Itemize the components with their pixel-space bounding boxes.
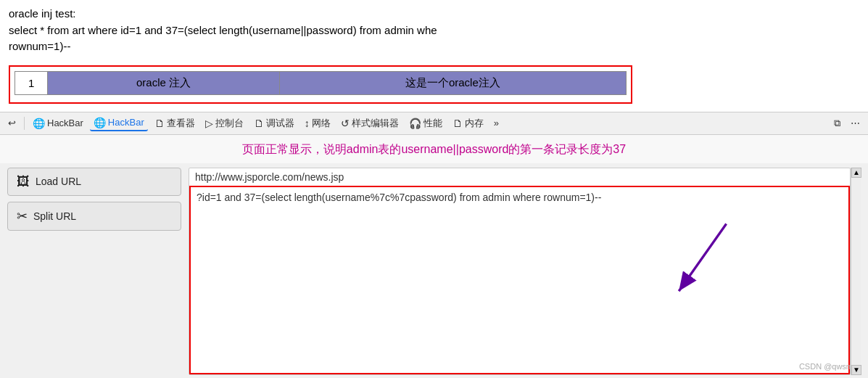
code-line-3: rownum=1)-- <box>9 38 859 55</box>
debugger-label: 调试器 <box>266 117 294 130</box>
dock-icon: ⧉ <box>834 118 840 129</box>
inspector-icon: 🗋 <box>154 118 165 129</box>
separator-1 <box>24 117 25 130</box>
table-cell-col1: oracle 注入 <box>48 71 279 94</box>
ellipsis-icon: ⋯ <box>851 118 860 128</box>
url-container: http://www.jsporcle.com/news.jsp ?id=1 a… <box>189 168 861 375</box>
arrow-icon: ↩ <box>8 118 16 128</box>
url-scrollbar: ▲ ▼ <box>851 168 861 375</box>
devtools-performance[interactable]: 🎧 性能 <box>405 115 446 131</box>
table-row: 1 oracle 注入 这是一个oracle注入 <box>15 71 627 94</box>
table-wrapper: 1 oracle 注入 这是一个oracle注入 <box>9 65 632 104</box>
load-url-label: Load URL <box>36 176 81 187</box>
scrollbar-down[interactable]: ▼ <box>851 365 861 375</box>
hackbar-panel: 页面正常显示，说明admin表的username||password的第一条记录… <box>0 135 868 379</box>
load-url-button[interactable]: 🖼 Load URL <box>7 168 181 196</box>
devtools-hackbar-2[interactable]: 🌐 HackBar <box>90 115 148 131</box>
hackbar1-label: HackBar <box>47 118 83 128</box>
devtools-bar: ↩ 🌐 HackBar 🌐 HackBar 🗋 查看器 ▷ 控制台 🗋 调试器 … <box>0 112 868 135</box>
console-icon: ▷ <box>205 118 213 129</box>
devtools-nav-icon[interactable]: ↩ <box>4 116 20 130</box>
top-section: oracle inj test: select * from art where… <box>0 0 868 59</box>
debugger-icon: 🗋 <box>254 118 264 129</box>
devtools-more[interactable]: » <box>490 116 503 130</box>
hackbar-bottom: 🖼 Load URL ✂ Split URL http://www.jsporc… <box>0 163 868 379</box>
devtools-style-editor[interactable]: ↺ 样式编辑器 <box>337 115 402 131</box>
style-editor-label: 样式编辑器 <box>352 117 399 130</box>
url-line-1[interactable]: http://www.jsporcle.com/news.jsp <box>189 168 850 186</box>
devtools-inspector[interactable]: 🗋 查看器 <box>151 115 199 131</box>
console-label: 控制台 <box>215 117 244 130</box>
style-editor-icon: ↺ <box>341 118 350 129</box>
code-line-2: select * from art where id=1 and 37=(sel… <box>9 22 859 39</box>
devtools-debugger[interactable]: 🗋 调试器 <box>250 115 298 131</box>
hackbar1-icon: 🌐 <box>33 118 45 129</box>
devtools-ellipsis[interactable]: ⋯ <box>847 116 864 130</box>
hackbar2-icon: 🌐 <box>94 117 106 128</box>
table-cell-col2: 这是一个oracle注入 <box>279 71 626 94</box>
more-icon: » <box>494 118 499 128</box>
memory-icon: 🗋 <box>452 118 463 129</box>
hackbar2-label: HackBar <box>108 117 144 128</box>
table-cell-id: 1 <box>15 71 48 94</box>
url-input-area[interactable]: http://www.jsporcle.com/news.jsp ?id=1 a… <box>189 168 851 375</box>
devtools-network[interactable]: ↕ 网络 <box>301 115 334 131</box>
devtools-memory[interactable]: 🗋 内存 <box>449 115 487 131</box>
network-icon: ↕ <box>305 118 310 129</box>
scrollbar-track <box>851 178 861 365</box>
watermark: CSDN @qwsn <box>799 362 851 371</box>
load-url-icon: 🖼 <box>17 174 30 189</box>
code-line-1: oracle inj test: <box>9 6 859 22</box>
network-label: 网络 <box>312 117 331 130</box>
split-url-button[interactable]: ✂ Split URL <box>7 202 181 231</box>
data-table: 1 oracle 注入 这是一个oracle注入 <box>15 71 627 95</box>
performance-icon: 🎧 <box>409 118 421 129</box>
memory-label: 内存 <box>465 117 484 130</box>
hackbar-buttons: 🖼 Load URL ✂ Split URL <box>7 168 181 375</box>
devtools-console[interactable]: ▷ 控制台 <box>202 115 247 131</box>
performance-label: 性能 <box>423 117 442 130</box>
inspector-label: 查看器 <box>167 117 195 130</box>
devtools-dock[interactable]: ⧉ <box>830 116 844 131</box>
scrollbar-up[interactable]: ▲ <box>851 168 861 178</box>
split-url-label: Split URL <box>33 210 76 222</box>
url-line-2[interactable]: ?id=1 and 37=(select length(username%7c%… <box>189 186 850 374</box>
split-url-icon: ✂ <box>17 208 28 224</box>
status-message: 页面正常显示，说明admin表的username||password的第一条记录… <box>0 135 868 163</box>
devtools-hackbar-1[interactable]: 🌐 HackBar <box>29 116 87 131</box>
